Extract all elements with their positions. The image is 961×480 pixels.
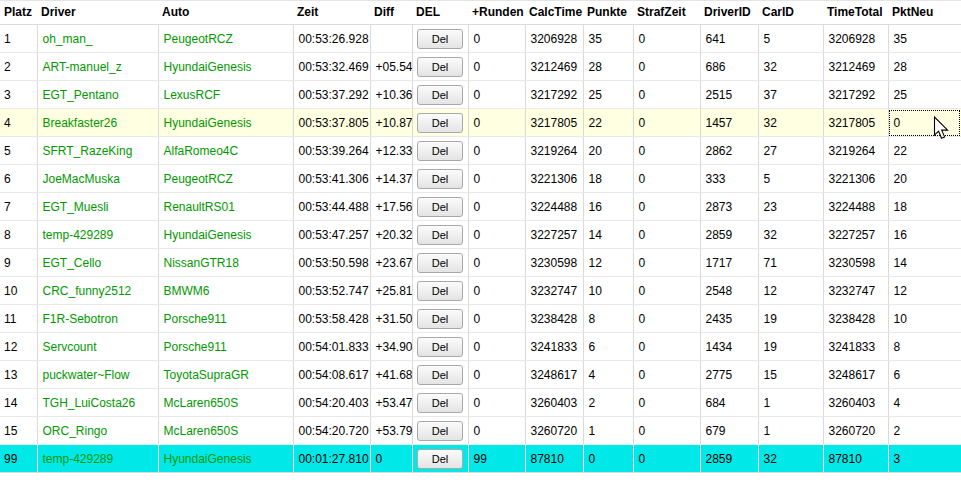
cell-driverid[interactable]: 1434 [700, 333, 758, 361]
cell-platz[interactable]: 12 [0, 333, 37, 361]
cell-diff[interactable]: +41.68 [370, 361, 412, 389]
cell-auto[interactable]: McLaren650S [158, 417, 293, 445]
cell-driver[interactable]: F1R-Sebotron [37, 305, 158, 333]
cell-driver[interactable]: JoeMacMuska [37, 165, 158, 193]
cell-platz[interactable]: 13 [0, 361, 37, 389]
cell-auto[interactable]: HyundaiGenesis [158, 53, 293, 81]
cell-diff[interactable]: +53.79 [370, 417, 412, 445]
cell-driver[interactable]: EGT_Cello [37, 249, 158, 277]
cell-diff[interactable]: +53.47 [370, 389, 412, 417]
cell-strafzeit[interactable]: 0 [633, 81, 700, 109]
delete-row-button[interactable]: Del [417, 337, 463, 357]
cell-carid[interactable]: 27 [758, 137, 823, 165]
cell-timetotal[interactable]: 3217292 [823, 81, 888, 109]
cell-carid[interactable]: 37 [758, 81, 823, 109]
delete-row-button[interactable]: Del [417, 85, 463, 105]
cell-strafzeit[interactable]: 0 [633, 137, 700, 165]
cell-diff[interactable]: +05.54 [370, 53, 412, 81]
cell-timetotal[interactable]: 87810 [823, 445, 888, 473]
cell-diff[interactable]: +23.67 [370, 249, 412, 277]
cell-punkte[interactable]: 1 [583, 417, 633, 445]
cell-diff[interactable]: +14.37 [370, 165, 412, 193]
cell-calctime[interactable]: 3227257 [525, 221, 583, 249]
cell-runden[interactable]: 0 [468, 193, 525, 221]
cell-strafzeit[interactable]: 0 [633, 277, 700, 305]
delete-row-button[interactable]: Del [417, 29, 463, 49]
delete-row-button[interactable]: Del [417, 197, 463, 217]
cell-driverid[interactable]: 2435 [700, 305, 758, 333]
cell-runden[interactable]: 0 [468, 361, 525, 389]
cell-carid[interactable]: 5 [758, 165, 823, 193]
cell-calctime[interactable]: 3232747 [525, 277, 583, 305]
cell-calctime[interactable]: 3212469 [525, 53, 583, 81]
delete-row-button[interactable]: Del [417, 113, 463, 133]
cell-runden[interactable]: 0 [468, 25, 525, 53]
cell-zeit[interactable]: 00:53:41.306 [293, 165, 370, 193]
cell-driver[interactable]: Servcount [37, 333, 158, 361]
cell-runden[interactable]: 99 [468, 445, 525, 473]
cell-timetotal[interactable]: 3212469 [823, 53, 888, 81]
cell-pktneu[interactable]: 28 [888, 53, 961, 81]
cell-strafzeit[interactable]: 0 [633, 417, 700, 445]
cell-strafzeit[interactable]: 0 [633, 249, 700, 277]
cell-platz[interactable]: 9 [0, 249, 37, 277]
cell-strafzeit[interactable]: 0 [633, 193, 700, 221]
cell-driver[interactable]: oh_man_ [37, 25, 158, 53]
cell-pktneu[interactable]: 16 [888, 221, 961, 249]
cell-driver[interactable]: TGH_LuiCosta26 [37, 389, 158, 417]
cell-timetotal[interactable]: 3206928 [823, 25, 888, 53]
cell-timetotal[interactable]: 3260720 [823, 417, 888, 445]
cell-driverid[interactable]: 2859 [700, 445, 758, 473]
cell-driver[interactable]: SFRT_RazeKing [37, 137, 158, 165]
cell-strafzeit[interactable]: 0 [633, 25, 700, 53]
cell-timetotal[interactable]: 3248617 [823, 361, 888, 389]
cell-runden[interactable]: 0 [468, 137, 525, 165]
cell-diff[interactable]: +10.36 [370, 81, 412, 109]
cell-runden[interactable]: 0 [468, 165, 525, 193]
cell-strafzeit[interactable]: 0 [633, 305, 700, 333]
cell-auto[interactable]: LexusRCF [158, 81, 293, 109]
cell-diff[interactable]: 0 [370, 445, 412, 473]
cell-punkte[interactable]: 8 [583, 305, 633, 333]
cell-diff[interactable]: +31.50 [370, 305, 412, 333]
cell-runden[interactable]: 0 [468, 249, 525, 277]
cell-zeit[interactable]: 00:54:20.720 [293, 417, 370, 445]
delete-row-button[interactable]: Del [417, 141, 463, 161]
cell-platz[interactable]: 4 [0, 109, 37, 137]
cell-carid[interactable]: 32 [758, 53, 823, 81]
cell-timetotal[interactable]: 3238428 [823, 305, 888, 333]
cell-calctime[interactable]: 3260720 [525, 417, 583, 445]
cell-driverid[interactable]: 2862 [700, 137, 758, 165]
cell-auto[interactable]: Porsche911 [158, 333, 293, 361]
cell-driver[interactable]: ART-manuel_z [37, 53, 158, 81]
cell-runden[interactable]: 0 [468, 333, 525, 361]
cell-carid[interactable]: 71 [758, 249, 823, 277]
cell-calctime[interactable]: 3219264 [525, 137, 583, 165]
cell-driverid[interactable]: 2873 [700, 193, 758, 221]
cell-punkte[interactable]: 35 [583, 25, 633, 53]
cell-punkte[interactable]: 25 [583, 81, 633, 109]
cell-zeit[interactable]: 00:53:39.264 [293, 137, 370, 165]
cell-driverid[interactable]: 684 [700, 389, 758, 417]
cell-auto[interactable]: BMWM6 [158, 277, 293, 305]
cell-strafzeit[interactable]: 0 [633, 333, 700, 361]
cell-strafzeit[interactable]: 0 [633, 361, 700, 389]
cell-pktneu[interactable]: 3 [888, 445, 961, 473]
cell-calctime[interactable]: 3260403 [525, 389, 583, 417]
cell-runden[interactable]: 0 [468, 277, 525, 305]
cell-auto[interactable]: PeugeotRCZ [158, 165, 293, 193]
cell-runden[interactable]: 0 [468, 305, 525, 333]
cell-timetotal[interactable]: 3224488 [823, 193, 888, 221]
cell-pktneu[interactable]: 6 [888, 361, 961, 389]
cell-pktneu[interactable]: 35 [888, 25, 961, 53]
cell-pktneu[interactable]: 2 [888, 417, 961, 445]
cell-strafzeit[interactable]: 0 [633, 109, 700, 137]
cell-auto[interactable]: HyundaiGenesis [158, 109, 293, 137]
cell-zeit[interactable]: 00:53:52.747 [293, 277, 370, 305]
cell-punkte[interactable]: 20 [583, 137, 633, 165]
cell-driverid[interactable]: 1457 [700, 109, 758, 137]
cell-timetotal[interactable]: 3241833 [823, 333, 888, 361]
cell-pktneu[interactable]: 4 [888, 389, 961, 417]
cell-driverid[interactable]: 2859 [700, 221, 758, 249]
cell-strafzeit[interactable]: 0 [633, 445, 700, 473]
